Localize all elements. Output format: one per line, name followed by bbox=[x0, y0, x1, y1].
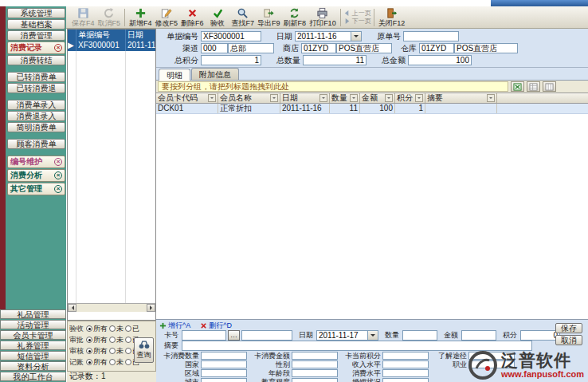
prev-page-button[interactable]: 上一页 bbox=[343, 10, 371, 17]
gender-field[interactable] bbox=[292, 360, 338, 368]
total-amount-field[interactable] bbox=[408, 55, 472, 65]
add-row-button[interactable]: 增行^A bbox=[159, 322, 190, 329]
delete-button[interactable]: 删除F6 bbox=[179, 7, 206, 28]
orig-no-field[interactable] bbox=[403, 31, 459, 41]
col-amount[interactable]: 金额 bbox=[360, 93, 395, 103]
edit-qty-field[interactable] bbox=[402, 330, 437, 341]
sidebar-item-customer-order[interactable]: 顾客消费单 bbox=[7, 139, 65, 149]
sidebar-item-sms-mgmt[interactable]: 短信管理 bbox=[0, 351, 66, 360]
tab-detail[interactable]: 明细 bbox=[159, 69, 190, 81]
section-collapse-icon[interactable]: × bbox=[54, 171, 62, 179]
total-points-field[interactable] bbox=[201, 55, 261, 65]
sidebar-item-consume-mgmt[interactable]: 消费管理 bbox=[7, 30, 65, 41]
column-filter-button[interactable] bbox=[415, 94, 423, 102]
scroll-right-button[interactable] bbox=[147, 304, 155, 312]
country-field[interactable] bbox=[201, 360, 247, 368]
radio-icon[interactable] bbox=[125, 359, 131, 365]
store-name-field[interactable] bbox=[336, 43, 392, 53]
column-filter-button[interactable] bbox=[208, 94, 216, 102]
sidebar-item-simple-order[interactable]: 简明消费单 bbox=[7, 122, 65, 132]
occupation-field[interactable] bbox=[468, 360, 515, 368]
print-button[interactable]: 打印F10 bbox=[308, 7, 338, 28]
region-field[interactable] bbox=[201, 369, 247, 377]
column-filter-button[interactable] bbox=[319, 94, 327, 102]
sidebar-item-gift-mgmt[interactable]: 礼品管理 bbox=[0, 309, 66, 319]
sidebar-section-consume-records[interactable]: 消费记录 × bbox=[7, 41, 65, 54]
radio-icon[interactable] bbox=[125, 337, 131, 343]
sidebar-item-my-workbench[interactable]: 我的工作台 bbox=[0, 372, 66, 381]
column-settings-button[interactable] bbox=[543, 81, 556, 92]
sidebar-section-other-mgmt[interactable]: 其它管理 × bbox=[7, 183, 65, 195]
grid-view-button[interactable] bbox=[527, 81, 540, 92]
filter-option-all[interactable]: 所有 bbox=[86, 346, 108, 356]
doc-no-field[interactable] bbox=[201, 31, 261, 41]
marital-status-field[interactable] bbox=[382, 378, 429, 382]
income-level-field[interactable] bbox=[382, 360, 429, 368]
filter-option-all[interactable]: 所有 bbox=[86, 357, 108, 368]
date-column-header[interactable]: 日期 bbox=[126, 30, 155, 41]
card-no-field[interactable] bbox=[182, 330, 226, 341]
filter-option-all[interactable]: 所有 bbox=[86, 335, 108, 345]
sidebar-item-member-card-mgmt[interactable]: 会员卡管理 bbox=[0, 330, 66, 340]
date-field[interactable] bbox=[295, 31, 351, 41]
col-date[interactable]: 日期 bbox=[280, 93, 330, 103]
sidebar-item-system-mgmt[interactable]: 系统管理 bbox=[7, 8, 65, 18]
refresh-button[interactable]: 刷新F8 bbox=[282, 7, 308, 28]
horizontal-scrollbar[interactable] bbox=[68, 303, 155, 312]
total-qty-field[interactable] bbox=[303, 55, 367, 65]
filter-option-not[interactable]: 未 bbox=[109, 346, 123, 356]
accept-button[interactable]: 验收 bbox=[206, 7, 230, 28]
section-collapse-icon[interactable]: × bbox=[54, 44, 62, 52]
sidebar-item-basic-files[interactable]: 基础档案 bbox=[7, 19, 65, 30]
consume-level-field[interactable] bbox=[382, 369, 429, 377]
sidebar-section-number-maintain[interactable]: 编号维护 × bbox=[7, 156, 65, 168]
radio-icon[interactable] bbox=[86, 337, 92, 343]
education-field[interactable] bbox=[292, 378, 338, 382]
city-field[interactable] bbox=[201, 378, 247, 382]
store-code-field[interactable] bbox=[301, 43, 336, 53]
warehouse-name-field[interactable] bbox=[454, 43, 518, 53]
close-button[interactable]: 关闭F12 bbox=[377, 7, 407, 28]
filter-option-done[interactable]: 已 bbox=[125, 324, 139, 334]
sidebar-item-transferred-returns[interactable]: 已转消费退 bbox=[7, 83, 65, 93]
filter-option-not[interactable]: 未 bbox=[109, 357, 123, 368]
summary-field[interactable] bbox=[182, 341, 532, 351]
card-current-points-field[interactable] bbox=[382, 352, 429, 360]
radio-icon[interactable] bbox=[109, 325, 116, 332]
delete-row-button[interactable]: 删行^D bbox=[200, 322, 232, 329]
sidebar-item-transferred-orders[interactable]: 已转消费单 bbox=[7, 72, 65, 82]
sidebar-item-activity-mgmt[interactable]: 活动管理 bbox=[0, 320, 66, 329]
doc-no-column-header[interactable]: 单据编号 bbox=[76, 30, 126, 41]
cancel-row-button[interactable]: 取消 bbox=[555, 335, 582, 345]
column-filter-button[interactable] bbox=[385, 94, 393, 102]
warehouse-code-field[interactable] bbox=[419, 43, 454, 53]
channel-name-field[interactable] bbox=[228, 43, 274, 53]
section-collapse-icon[interactable]: × bbox=[54, 185, 62, 193]
radio-icon[interactable] bbox=[109, 348, 116, 354]
card-consume-qty-field[interactable] bbox=[201, 352, 247, 360]
tab-extra-info[interactable]: 附加信息 bbox=[191, 68, 239, 80]
radio-icon[interactable] bbox=[109, 337, 116, 343]
edit-date-field[interactable] bbox=[316, 330, 367, 341]
find-button[interactable]: 查找F7 bbox=[230, 7, 257, 28]
filter-option-all[interactable]: 所有 bbox=[86, 324, 108, 334]
new-button[interactable]: 新增F4 bbox=[127, 7, 154, 28]
radio-icon[interactable] bbox=[86, 348, 92, 354]
col-member-name[interactable]: 会员名称 bbox=[218, 93, 280, 103]
card-name-field[interactable] bbox=[241, 330, 292, 341]
sidebar-item-consume-entry[interactable]: 消费单录入 bbox=[7, 100, 65, 110]
group-by-hint[interactable]: 要按列分组，请把列标题拖拽到此处 bbox=[158, 81, 508, 92]
age-group-field[interactable] bbox=[292, 369, 338, 377]
radio-icon[interactable] bbox=[109, 359, 116, 365]
radio-icon[interactable] bbox=[125, 348, 131, 354]
sidebar-item-consume-transfer[interactable]: 消费转结 bbox=[7, 55, 65, 65]
edit-points-field[interactable] bbox=[520, 330, 560, 341]
next-page-button[interactable]: 下一页 bbox=[343, 18, 371, 25]
filter-option-not[interactable]: 未 bbox=[109, 335, 123, 345]
col-summary[interactable]: 摘要 bbox=[425, 93, 497, 103]
card-lookup-button[interactable]: … bbox=[228, 330, 240, 341]
modify-button[interactable]: 修改F5 bbox=[154, 7, 180, 28]
detail-table-row[interactable]: DCK01 正常折扣 2011-11-16 11 100 1 bbox=[156, 104, 588, 114]
chevron-down-icon[interactable] bbox=[351, 31, 362, 41]
column-filter-button[interactable] bbox=[487, 94, 495, 102]
